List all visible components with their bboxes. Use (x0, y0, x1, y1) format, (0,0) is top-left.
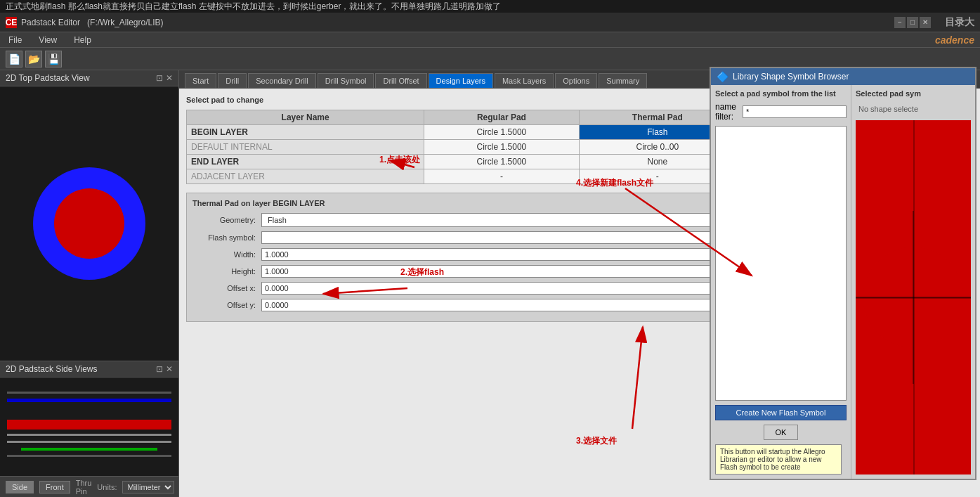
tab-start[interactable]: Start (185, 73, 216, 88)
lib-left-panel: Select a pad symbol from the list name f… (711, 85, 851, 479)
tab-summary[interactable]: Summary (599, 73, 647, 88)
regular-pad-default[interactable]: Circle 1.5000 (424, 140, 579, 155)
app-icon: CE (6, 17, 17, 28)
lib-browser-body: Select a pad symbol from the list name f… (711, 85, 975, 479)
lib-create-button[interactable]: Create New Flash Symbol (715, 405, 847, 420)
layer-default: DEFAULT INTERNAL (187, 140, 424, 155)
side-view-title: 2D Padstack Side Views ⊡ ✕ (0, 361, 178, 377)
title-text: Padstack Editor (F:/Wrk_Allegro/LIB) (21, 18, 894, 27)
regular-pad-adjacent[interactable]: - (424, 169, 579, 184)
offset-y-label: Offset y: (192, 301, 256, 309)
lib-filter-label: name filter: (715, 102, 740, 122)
cadence-logo: cadence (935, 34, 974, 46)
top-banner: 正式式地刷flash 那么flash就直接拷贝自己建立flash 左键按中不放加… (0, 0, 980, 13)
lib-listbox[interactable] (715, 126, 847, 401)
regular-pad-begin[interactable]: Circle 1.5000 (424, 125, 579, 140)
side-layer-1 (7, 392, 171, 394)
offset-x-label: Offset x: (192, 284, 256, 292)
side-layer-red (7, 420, 171, 430)
tab-drill-symbol[interactable]: Drill Symbol (318, 73, 374, 88)
side-restore-icon[interactable]: ⊡ (156, 364, 163, 374)
menu-file[interactable]: File (6, 34, 25, 46)
front-tab-button[interactable]: Front (39, 481, 70, 493)
lib-preview-canvas (856, 120, 971, 475)
flash-symbol-label: Flash symbol: (192, 233, 256, 242)
regular-pad-end[interactable]: Circle 1.5000 (424, 155, 579, 169)
side-layer-blue (7, 399, 171, 402)
lib-filter-input[interactable] (743, 105, 847, 118)
tab-design-layers[interactable]: Design Layers (429, 73, 493, 88)
side-layer-gray2 (7, 441, 171, 443)
side-layer-gray (7, 434, 171, 436)
maximize-button[interactable]: □ (907, 17, 918, 28)
restore-icon[interactable]: ⊡ (156, 73, 163, 83)
lib-selected-label: Selected pad sym (856, 89, 971, 98)
tab-mask-layers[interactable]: Mask Layers (495, 73, 554, 88)
lib-ok-button[interactable]: OK (764, 425, 799, 440)
window-controls: − □ ✕ (894, 17, 931, 28)
close-button[interactable]: ✕ (920, 17, 931, 28)
layer-adjacent: ADJACENT LAYER (187, 169, 424, 184)
units-label: Units: (97, 483, 117, 491)
width-label: Width: (192, 250, 256, 259)
lib-browser-title: 🔷 Library Shape Symbol Browser (711, 68, 975, 85)
tab-drill-offset[interactable]: Drill Offset (375, 73, 426, 88)
lib-right-panel: Selected pad sym No shape selecte (851, 85, 975, 479)
side-layer-bottom (7, 455, 171, 457)
lib-select-label: Select a pad symbol from the list (715, 89, 847, 98)
pin-type-label: Thru Pin (76, 479, 92, 496)
pad-inner-circle (54, 188, 124, 259)
menu-view[interactable]: View (36, 34, 60, 46)
minimize-button[interactable]: − (894, 17, 906, 28)
layer-begin: BEGIN LAYER (187, 125, 424, 140)
tab-options[interactable]: Options (555, 73, 597, 88)
left-panel: 2D Top Padstack View ⊡ ✕ 2D Padstack Sid… (0, 70, 179, 497)
bottom-controls: Side Front Thru Pin Units: Millimeter De… (0, 476, 178, 497)
side-layer-green (21, 448, 157, 451)
menu-bar: File View Help cadence (0, 32, 980, 48)
menu-help[interactable]: Help (71, 34, 94, 46)
col-layer-name: Layer Name (187, 110, 424, 125)
lib-browser: 🔷 Library Shape Symbol Browser Select a … (710, 67, 976, 480)
top-view-title: 2D Top Padstack View ⊡ ✕ (0, 70, 178, 86)
banner-text: 正式式地刷flash 那么flash就直接拷贝自己建立flash 左键按中不放加… (6, 1, 501, 13)
top-view-close-icon[interactable]: ✕ (166, 73, 173, 83)
units-select[interactable]: Millimeter (122, 481, 174, 493)
lib-filter-row: name filter: (715, 102, 847, 122)
save-button[interactable]: 💾 (45, 51, 62, 67)
open-button[interactable]: 📂 (25, 51, 42, 67)
pad-outer-circle (33, 167, 145, 280)
lib-no-shape-text: No shape selecte (856, 102, 971, 116)
lib-preview-svg (856, 120, 971, 475)
col-regular-pad: Regular Pad (424, 110, 579, 125)
height-label: Height: (192, 267, 256, 276)
title-bar: CE Padstack Editor (F:/Wrk_Allegro/LIB) … (0, 13, 980, 32)
side-close-icon[interactable]: ✕ (166, 364, 173, 374)
top-view-canvas (0, 86, 178, 361)
tab-secondary-drill[interactable]: Secondary Drill (248, 73, 316, 88)
right-panel-label: 目录大 (945, 16, 974, 29)
lib-tooltip: This button will startup the Allegro Lib… (715, 444, 842, 475)
svg-point-0 (863, 247, 964, 348)
geometry-label: Geometry: (192, 216, 256, 224)
lib-browser-title-text: Library Shape Symbol Browser (733, 72, 849, 82)
lib-browser-icon: 🔷 (717, 71, 729, 82)
layer-end: END LAYER (187, 155, 424, 169)
new-button[interactable]: 📄 (6, 51, 22, 67)
side-tab-button[interactable]: Side (6, 481, 34, 493)
tab-drill[interactable]: Drill (218, 73, 247, 88)
side-view-canvas (0, 377, 178, 476)
